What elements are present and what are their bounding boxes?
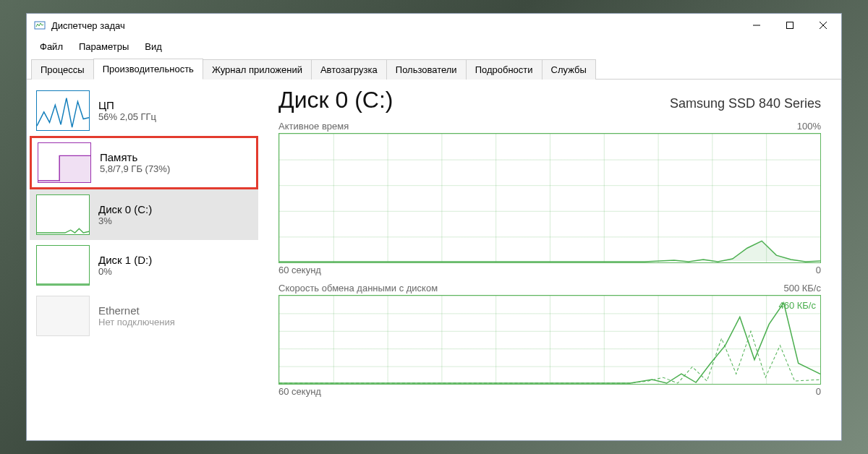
- sidebar-ethernet-sub: Нет подключения: [98, 317, 175, 327]
- sidebar-disk1-title: Диск 1 (D:): [98, 254, 152, 266]
- sidebar-item-ethernet[interactable]: Ethernet Нет подключения: [30, 291, 258, 341]
- main-title: Диск 0 (C:): [278, 87, 393, 113]
- titlebar: Диспетчер задач: [27, 14, 841, 37]
- sidebar-disk0-sub: 3%: [98, 215, 152, 226]
- axis-left: 60 секунд: [278, 265, 321, 275]
- active-time-line: [279, 134, 820, 262]
- transfer-chart: 460 КБ/с: [278, 295, 821, 385]
- ethernet-thumbnail-icon: [36, 296, 90, 336]
- cpu-thumbnail-icon: [36, 90, 90, 131]
- tab-startup[interactable]: Автозагрузка: [311, 59, 387, 80]
- sidebar-item-disk0[interactable]: Диск 0 (C:) 3%: [30, 189, 258, 240]
- axis-left-2: 60 секунд: [278, 386, 321, 397]
- sidebar-cpu-sub: 56% 2,05 ГГц: [98, 111, 156, 122]
- active-time-chart: [278, 133, 821, 263]
- tab-performance[interactable]: Производительность: [93, 59, 203, 80]
- disk0-thumbnail-icon: [36, 194, 90, 235]
- tab-processes[interactable]: Процессы: [31, 59, 94, 80]
- minimize-button[interactable]: [740, 14, 773, 36]
- sidebar-item-cpu[interactable]: ЦП 56% 2,05 ГГц: [30, 85, 258, 136]
- task-manager-window: Диспетчер задач Файл Параметры Вид Проце…: [26, 13, 842, 441]
- tab-users[interactable]: Пользователи: [386, 59, 467, 80]
- maximize-button[interactable]: [773, 14, 807, 36]
- memory-thumbnail-icon: [38, 142, 91, 183]
- axis-right: 0: [816, 265, 821, 275]
- menu-file[interactable]: Файл: [33, 40, 70, 53]
- app-icon: [34, 20, 46, 31]
- sidebar-item-memory[interactable]: Память 5,8/7,9 ГБ (73%): [30, 136, 258, 189]
- transfer-lines: [279, 296, 820, 384]
- tab-services[interactable]: Службы: [542, 59, 596, 80]
- transfer-max: 500 КБ/с: [783, 283, 821, 294]
- window-title: Диспетчер задач: [51, 20, 740, 31]
- axis-right-2: 0: [816, 386, 821, 397]
- svg-rect-2: [787, 22, 793, 29]
- active-time-chart-section: Активное время 100% 60 секунд 0: [278, 121, 821, 275]
- close-button[interactable]: [807, 14, 840, 36]
- sidebar-disk0-title: Диск 0 (C:): [98, 203, 152, 215]
- performance-sidebar: ЦП 56% 2,05 ГГц Память 5,8/7,9 ГБ (73%): [27, 80, 258, 440]
- menu-options[interactable]: Параметры: [72, 40, 136, 53]
- tabstrip: Процессы Производительность Журнал прило…: [27, 58, 841, 80]
- sidebar-cpu-title: ЦП: [98, 99, 156, 111]
- disk-model: Samsung SSD 840 Series: [670, 96, 821, 111]
- sidebar-disk0-text: Диск 0 (C:) 3%: [98, 203, 152, 226]
- sidebar-disk1-sub: 0%: [98, 266, 152, 277]
- main-header: Диск 0 (C:) Samsung SSD 840 Series: [278, 87, 821, 113]
- sidebar-memory-sub: 5,8/7,9 ГБ (73%): [100, 163, 170, 174]
- transfer-chart-section: Скорость обмена данными с диском 500 КБ/…: [278, 283, 821, 397]
- sidebar-ethernet-title: Ethernet: [98, 304, 175, 317]
- main-panel: Диск 0 (C:) Samsung SSD 840 Series Актив…: [258, 80, 841, 440]
- svg-rect-5: [59, 155, 90, 182]
- transfer-label: Скорость обмена данными с диском: [278, 283, 438, 294]
- content-area: ЦП 56% 2,05 ГГц Память 5,8/7,9 ГБ (73%): [27, 80, 841, 440]
- sidebar-memory-text: Память 5,8/7,9 ГБ (73%): [100, 151, 170, 174]
- active-time-max: 100%: [797, 121, 821, 132]
- sidebar-cpu-text: ЦП 56% 2,05 ГГц: [98, 99, 156, 122]
- sidebar-ethernet-text: Ethernet Нет подключения: [98, 304, 175, 327]
- disk1-thumbnail-icon: [36, 245, 90, 286]
- menu-view[interactable]: Вид: [137, 40, 169, 53]
- tab-app-history[interactable]: Журнал приложений: [203, 59, 312, 80]
- sidebar-memory-title: Память: [100, 151, 170, 163]
- sidebar-disk1-text: Диск 1 (D:) 0%: [98, 254, 152, 277]
- menubar: Файл Параметры Вид: [27, 37, 841, 58]
- active-time-label: Активное время: [278, 121, 349, 132]
- window-controls: [740, 14, 840, 36]
- sidebar-item-disk1[interactable]: Диск 1 (D:) 0%: [30, 240, 258, 291]
- tab-details[interactable]: Подробности: [466, 59, 542, 80]
